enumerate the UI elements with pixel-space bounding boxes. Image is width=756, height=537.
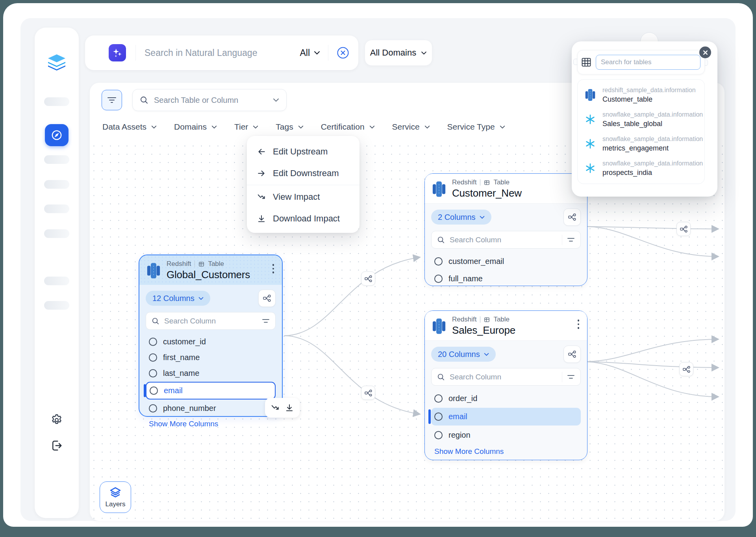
columns-count-pill[interactable]: 2 Columns xyxy=(431,210,491,225)
natural-language-search-bar: All xyxy=(85,35,358,70)
column-row-selected[interactable]: email xyxy=(431,408,581,426)
node-quick-actions xyxy=(265,398,300,418)
menu-item-download-impact[interactable]: Download Impact xyxy=(247,208,359,229)
column-radio[interactable] xyxy=(149,369,157,377)
lineage-icon xyxy=(263,294,271,303)
column-radio[interactable] xyxy=(149,404,157,413)
popup-table-list: redshift_sample_data.information Custome… xyxy=(577,79,705,184)
close-icon[interactable] xyxy=(699,46,711,58)
column-row[interactable]: order_id xyxy=(431,390,581,407)
column-row[interactable]: phone_number xyxy=(146,400,276,416)
all-domains-dropdown[interactable]: All Domains xyxy=(365,40,432,66)
menu-item-edit-downstream[interactable]: Edit Downstream xyxy=(247,162,359,184)
sidebar-item-discover-active[interactable] xyxy=(45,124,69,146)
chevron-down-icon xyxy=(314,51,320,55)
sidebar-item-placeholder[interactable] xyxy=(44,180,69,189)
column-search-input[interactable] xyxy=(450,373,557,381)
columns-count-pill[interactable]: 12 Columns xyxy=(146,291,210,306)
ai-sparkle-icon[interactable] xyxy=(109,44,126,61)
filter-lines-icon[interactable] xyxy=(262,318,270,324)
table-node-customer-new[interactable]: Redshift Table Customer_New 2 Columns xyxy=(424,173,587,286)
column-row[interactable]: last_name xyxy=(146,365,276,381)
sidebar-item-placeholder[interactable] xyxy=(44,97,69,106)
search-icon xyxy=(437,373,445,381)
lineage-icon xyxy=(568,213,576,221)
tables-popup: redshift_sample_data.information Custome… xyxy=(572,41,717,197)
column-search xyxy=(146,312,276,330)
view-impact-icon[interactable] xyxy=(271,403,280,412)
node-header[interactable]: Redshift Table Sales_Europe xyxy=(425,311,587,341)
popup-table-item[interactable]: snowflake_sample_data.information prospe… xyxy=(578,156,704,180)
show-more-columns-link[interactable]: Show More Columns xyxy=(431,447,581,456)
sidebar-item-placeholder[interactable] xyxy=(44,204,69,213)
layers-button[interactable]: Layers xyxy=(100,481,131,513)
edge-lineage-button[interactable] xyxy=(679,362,693,376)
node-lineage-icon-button[interactable] xyxy=(563,346,581,363)
column-search-input[interactable] xyxy=(164,317,257,325)
menu-item-view-impact[interactable]: View Impact xyxy=(247,186,359,208)
filter-lines-icon[interactable] xyxy=(567,374,575,380)
table-name: metrics_engagement xyxy=(602,143,703,153)
column-radio[interactable] xyxy=(434,413,443,421)
download-impact-icon[interactable] xyxy=(285,403,294,412)
popup-table-item[interactable]: redshift_sample_data.information Custome… xyxy=(578,83,704,107)
column-row[interactable]: customer_email xyxy=(431,253,581,270)
logout-icon[interactable] xyxy=(35,439,79,453)
node-header[interactable]: Redshift Table Global_Customers xyxy=(139,255,282,285)
selected-accent-bar xyxy=(428,409,431,424)
table-name: Sales_table_global xyxy=(602,119,703,128)
popup-table-item[interactable]: snowflake_sample_data.information Sales_… xyxy=(578,107,704,132)
redshift-icon xyxy=(431,318,447,334)
column-row-selected[interactable]: email xyxy=(146,382,276,399)
edge-lineage-button[interactable] xyxy=(361,386,375,400)
column-radio[interactable] xyxy=(149,338,157,346)
show-more-columns-link[interactable]: Show More Columns xyxy=(146,420,276,428)
column-radio[interactable] xyxy=(149,353,157,362)
all-domains-label: All Domains xyxy=(370,48,416,58)
column-row[interactable]: region xyxy=(431,426,581,444)
column-radio[interactable] xyxy=(434,431,443,439)
clear-search-icon[interactable] xyxy=(336,46,350,59)
lineage-icon xyxy=(568,350,576,359)
search-scope-label: All xyxy=(300,48,310,58)
table-name: prospects_india xyxy=(602,168,703,177)
node-lineage-icon-button[interactable] xyxy=(258,290,276,307)
column-row[interactable]: full_name xyxy=(431,270,581,287)
divider xyxy=(480,316,480,323)
snowflake-icon xyxy=(584,163,597,174)
edge-lineage-button[interactable] xyxy=(676,222,691,236)
node-lineage-icon-button[interactable] xyxy=(563,208,581,226)
table-schema: snowflake_sample_data.information xyxy=(602,110,703,119)
column-row[interactable]: customer_id xyxy=(146,334,276,349)
sidebar-item-placeholder[interactable] xyxy=(44,155,69,164)
sidebar-item-placeholder[interactable] xyxy=(44,301,69,310)
search-scope-dropdown[interactable]: All xyxy=(300,48,320,58)
chevron-down-icon xyxy=(480,216,485,219)
edge-lineage-button[interactable] xyxy=(361,271,375,286)
table-icon xyxy=(484,180,490,186)
settings-gear-icon[interactable] xyxy=(35,413,79,427)
popup-table-search-input[interactable] xyxy=(596,55,700,70)
sidebar-item-placeholder[interactable] xyxy=(44,277,69,285)
popup-table-item[interactable]: snowflake_sample_data.information metric… xyxy=(578,132,704,156)
column-radio[interactable] xyxy=(434,394,443,403)
column-row[interactable]: first_name xyxy=(146,349,276,365)
columns-count-pill[interactable]: 20 Columns xyxy=(431,347,496,362)
table-node-global-customers[interactable]: Redshift Table Global_Customers 12 Colum… xyxy=(139,255,283,417)
sidebar-item-placeholder[interactable] xyxy=(44,229,69,238)
table-schema: snowflake_sample_data.information xyxy=(602,159,703,168)
app-logo-icon[interactable] xyxy=(46,54,68,74)
column-radio[interactable] xyxy=(434,257,443,266)
menu-item-edit-upstream[interactable]: Edit Upstream xyxy=(247,141,359,162)
kebab-menu-icon[interactable] xyxy=(576,318,581,331)
node-header[interactable]: Redshift Table Customer_New xyxy=(425,174,587,204)
table-node-sales-europe[interactable]: Redshift Table Sales_Europe 20 Columns xyxy=(424,310,587,460)
filter-lines-icon[interactable] xyxy=(567,237,575,243)
column-radio[interactable] xyxy=(434,275,443,283)
kebab-menu-icon[interactable] xyxy=(271,262,276,275)
snowflake-icon xyxy=(584,138,597,149)
column-search-input[interactable] xyxy=(450,236,557,244)
column-radio[interactable] xyxy=(150,386,158,395)
arrow-left-icon xyxy=(257,147,266,156)
natural-language-search-input[interactable] xyxy=(145,48,300,58)
